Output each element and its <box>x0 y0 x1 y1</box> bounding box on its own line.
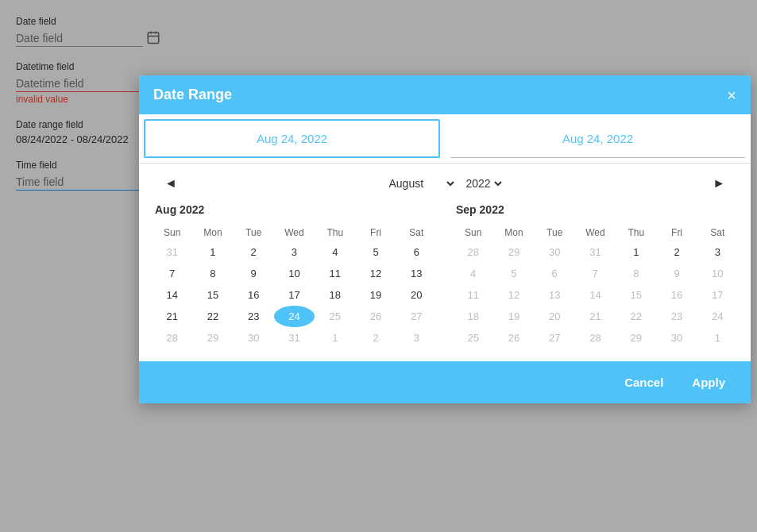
aug-day-16[interactable]: 16 <box>234 284 274 306</box>
aug-day-28-grey[interactable]: 28 <box>152 327 192 349</box>
aug-day-3[interactable]: 3 <box>274 241 315 263</box>
sep-day-3[interactable]: 3 <box>697 241 738 263</box>
sep-day-5-grey[interactable]: 5 <box>493 263 534 284</box>
prev-month-button[interactable]: ◄ <box>155 173 187 194</box>
aug-day-21[interactable]: 21 <box>152 306 192 327</box>
sep-day-4-grey[interactable]: 4 <box>453 263 493 284</box>
aug-grid: Sun Mon Tue Wed Thu Fri Sat 31 1 2 3 <box>152 224 437 349</box>
apply-button[interactable]: Apply <box>682 372 735 392</box>
table-row: 7 8 9 10 11 12 13 <box>152 263 437 284</box>
aug-day-3-next[interactable]: 3 <box>396 327 437 349</box>
sep-day-8-grey[interactable]: 8 <box>616 263 656 284</box>
sep-day-1-next[interactable]: 1 <box>697 327 738 349</box>
cancel-button[interactable]: Cancel <box>615 372 673 392</box>
sep-day-30-grey[interactable]: 30 <box>656 327 697 349</box>
sep-day-31-prev[interactable]: 31 <box>575 241 616 263</box>
table-row: 31 1 2 3 4 5 6 <box>152 241 437 263</box>
aug-day-11[interactable]: 11 <box>315 263 355 284</box>
sep-day-7-grey[interactable]: 7 <box>575 263 616 284</box>
aug-day-27-grey[interactable]: 27 <box>396 306 437 327</box>
sep-header-fri: Fri <box>656 224 697 241</box>
aug-day-8[interactable]: 8 <box>192 263 233 284</box>
aug-day-9[interactable]: 9 <box>234 263 274 284</box>
next-month-button[interactable]: ► <box>703 173 735 194</box>
aug-day-31-grey[interactable]: 31 <box>274 327 315 349</box>
aug-day-23[interactable]: 23 <box>234 306 274 327</box>
sep-header-mon: Mon <box>493 224 534 241</box>
sep-day-6-grey[interactable]: 6 <box>535 263 575 284</box>
nav-selects: January February March April May June Ju… <box>193 176 697 191</box>
sep-day-27-grey[interactable]: 27 <box>535 327 575 349</box>
aug-day-1[interactable]: 1 <box>192 241 233 263</box>
aug-day-1-next[interactable]: 1 <box>315 327 355 349</box>
table-row: 28 29 30 31 1 2 3 <box>453 241 738 263</box>
sep-header-wed: Wed <box>575 224 616 241</box>
aug-day-6[interactable]: 6 <box>396 241 437 263</box>
table-row: 25 26 27 28 29 30 1 <box>453 327 738 349</box>
sep-day-12-grey[interactable]: 12 <box>493 284 534 306</box>
table-row: 18 19 20 21 22 23 24 <box>453 306 738 327</box>
aug-day-4[interactable]: 4 <box>315 241 355 263</box>
end-date-input[interactable]: Aug 24, 2022 <box>450 119 746 158</box>
calendar-aug: Aug 2022 Sun Mon Tue Wed Thu Fri Sat <box>152 203 437 349</box>
month-select[interactable]: January February March April May June Ju… <box>386 176 457 191</box>
date-range-modal: Date Range × Aug 24, 2022 Aug 24, 2022 ◄… <box>139 75 751 403</box>
aug-day-2[interactable]: 2 <box>234 241 274 263</box>
sep-day-26-grey[interactable]: 26 <box>493 327 534 349</box>
aug-day-14[interactable]: 14 <box>152 284 192 306</box>
aug-day-26-grey[interactable]: 26 <box>355 306 396 327</box>
aug-day-22[interactable]: 22 <box>192 306 233 327</box>
aug-day-29-grey[interactable]: 29 <box>192 327 233 349</box>
sep-day-15-grey[interactable]: 15 <box>616 284 656 306</box>
sep-day-28-grey[interactable]: 28 <box>575 327 616 349</box>
sep-day-19-grey[interactable]: 19 <box>493 306 534 327</box>
sep-day-22-grey[interactable]: 22 <box>616 306 656 327</box>
sep-day-14-grey[interactable]: 14 <box>575 284 616 306</box>
sep-day-29-prev[interactable]: 29 <box>493 241 534 263</box>
sep-day-9-grey[interactable]: 9 <box>656 263 697 284</box>
modal-footer: Cancel Apply <box>139 361 751 403</box>
aug-day-17[interactable]: 17 <box>274 284 315 306</box>
aug-day-13[interactable]: 13 <box>396 263 437 284</box>
aug-day-15[interactable]: 15 <box>192 284 233 306</box>
sep-header-thu: Thu <box>616 224 656 241</box>
aug-day-12[interactable]: 12 <box>355 263 396 284</box>
sep-header-sat: Sat <box>697 224 738 241</box>
aug-day-30-grey[interactable]: 30 <box>234 327 274 349</box>
sep-day-17-grey[interactable]: 17 <box>697 284 738 306</box>
sep-day-20-grey[interactable]: 20 <box>535 306 575 327</box>
aug-day-24-selected[interactable]: 24 <box>274 306 315 327</box>
sep-day-1[interactable]: 1 <box>616 241 656 263</box>
modal-close-button[interactable]: × <box>727 87 736 103</box>
sep-day-18-grey[interactable]: 18 <box>453 306 493 327</box>
sep-day-16-grey[interactable]: 16 <box>656 284 697 306</box>
sep-day-28-prev[interactable]: 28 <box>453 241 493 263</box>
sep-day-11-grey[interactable]: 11 <box>453 284 493 306</box>
sep-day-21-grey[interactable]: 21 <box>575 306 616 327</box>
aug-day-25-grey[interactable]: 25 <box>315 306 355 327</box>
sep-title: Sep 2022 <box>453 203 738 216</box>
sep-day-10-grey[interactable]: 10 <box>697 263 738 284</box>
date-inputs-row: Aug 24, 2022 Aug 24, 2022 <box>139 114 751 164</box>
table-row: 14 15 16 17 18 19 20 <box>152 284 437 306</box>
aug-day-7[interactable]: 7 <box>152 263 192 284</box>
table-row: 4 5 6 7 8 9 10 <box>453 263 738 284</box>
sep-grid: Sun Mon Tue Wed Thu Fri Sat 28 29 30 31 <box>453 224 738 349</box>
aug-day-31-prev[interactable]: 31 <box>152 241 192 263</box>
sep-day-13-grey[interactable]: 13 <box>535 284 575 306</box>
aug-day-20[interactable]: 20 <box>396 284 437 306</box>
start-date-input[interactable]: Aug 24, 2022 <box>144 119 440 158</box>
sep-day-2[interactable]: 2 <box>656 241 697 263</box>
aug-day-19[interactable]: 19 <box>355 284 396 306</box>
sep-day-30-prev[interactable]: 30 <box>535 241 575 263</box>
aug-day-18[interactable]: 18 <box>315 284 355 306</box>
year-select[interactable]: 2018 2019 2020 2021 2022 2023 2024 <box>463 176 504 191</box>
sep-day-29-grey[interactable]: 29 <box>616 327 656 349</box>
sep-header-sun: Sun <box>453 224 493 241</box>
sep-day-25-grey[interactable]: 25 <box>453 327 493 349</box>
sep-day-23-grey[interactable]: 23 <box>656 306 697 327</box>
aug-day-10[interactable]: 10 <box>274 263 315 284</box>
aug-day-2-next[interactable]: 2 <box>355 327 396 349</box>
sep-day-24-grey[interactable]: 24 <box>697 306 738 327</box>
aug-day-5[interactable]: 5 <box>355 241 396 263</box>
